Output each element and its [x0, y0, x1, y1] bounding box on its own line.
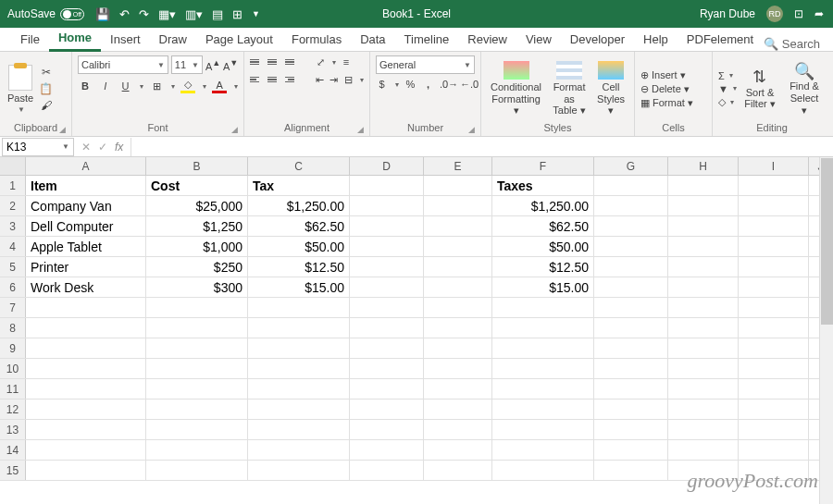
- cell[interactable]: [492, 359, 594, 378]
- row-header[interactable]: 14: [0, 440, 26, 460]
- cell[interactable]: [492, 338, 594, 358]
- cell[interactable]: [668, 298, 739, 317]
- decrease-indent-icon[interactable]: ⇤: [316, 74, 324, 86]
- row-header[interactable]: 2: [0, 196, 26, 215]
- cell[interactable]: [26, 338, 146, 358]
- cell[interactable]: [26, 420, 146, 439]
- row-header[interactable]: 7: [0, 298, 26, 317]
- conditional-formatting-button[interactable]: Conditional Formatting ▾: [487, 59, 545, 118]
- cell[interactable]: [594, 359, 668, 378]
- italic-button[interactable]: I: [98, 80, 113, 92]
- cell[interactable]: [739, 318, 809, 338]
- cell[interactable]: [248, 298, 350, 317]
- fill-color-icon[interactable]: ◇: [180, 79, 195, 93]
- cell[interactable]: [594, 440, 668, 460]
- cell[interactable]: [594, 379, 668, 399]
- cell[interactable]: [248, 420, 350, 439]
- row-header[interactable]: 5: [0, 257, 26, 277]
- row-header[interactable]: 3: [0, 216, 26, 236]
- cell[interactable]: [350, 298, 424, 317]
- cell[interactable]: [146, 338, 248, 358]
- cell[interactable]: [146, 440, 248, 460]
- decrease-decimal-icon[interactable]: ←.0: [460, 79, 475, 90]
- cell[interactable]: [668, 440, 739, 460]
- tab-draw[interactable]: Draw: [150, 28, 196, 51]
- cell[interactable]: $1,250.00: [492, 196, 594, 215]
- cell[interactable]: [739, 277, 809, 297]
- format-painter-icon[interactable]: 🖌: [39, 99, 53, 113]
- decrease-font-icon[interactable]: A▼: [223, 58, 238, 72]
- cell[interactable]: [248, 338, 350, 358]
- column-header[interactable]: A: [26, 157, 146, 175]
- cell[interactable]: [668, 257, 739, 277]
- cell[interactable]: $25,000: [146, 196, 248, 215]
- cell[interactable]: Work Desk: [26, 277, 146, 297]
- cell[interactable]: [424, 420, 492, 439]
- cell[interactable]: [424, 196, 492, 215]
- qat-dropdown-icon[interactable]: ▼: [252, 9, 260, 18]
- cell[interactable]: [668, 237, 739, 256]
- qat-icon[interactable]: ▦▾: [158, 7, 176, 21]
- search-box[interactable]: 🔍Search: [764, 37, 820, 51]
- cell[interactable]: [424, 379, 492, 399]
- cell[interactable]: [739, 440, 809, 460]
- qat-icon[interactable]: ▥▾: [185, 7, 203, 21]
- tab-page-layout[interactable]: Page Layout: [196, 28, 282, 51]
- cell[interactable]: [424, 298, 492, 317]
- cell[interactable]: $300: [146, 277, 248, 297]
- cell[interactable]: [350, 176, 424, 195]
- cell[interactable]: [492, 298, 594, 317]
- undo-icon[interactable]: ↶: [119, 7, 130, 21]
- cell[interactable]: [424, 359, 492, 378]
- cell[interactable]: [594, 237, 668, 256]
- format-table-button[interactable]: Format as Table ▾: [549, 59, 590, 118]
- cell[interactable]: [26, 400, 146, 419]
- cell[interactable]: [739, 257, 809, 277]
- cell[interactable]: [146, 461, 248, 480]
- cell[interactable]: [146, 318, 248, 338]
- cell[interactable]: [350, 400, 424, 419]
- row-header[interactable]: 4: [0, 237, 26, 256]
- cell[interactable]: [424, 237, 492, 256]
- cell[interactable]: [350, 379, 424, 399]
- cell[interactable]: [739, 176, 809, 195]
- row-header[interactable]: 15: [0, 461, 26, 480]
- increase-font-icon[interactable]: A▲: [205, 58, 220, 72]
- cell[interactable]: [492, 400, 594, 419]
- cell[interactable]: [668, 379, 739, 399]
- wrap-text-icon[interactable]: ≡: [339, 56, 354, 68]
- sort-filter-button[interactable]: ⇅Sort & Filter ▾: [740, 66, 779, 112]
- font-name-combo[interactable]: Calibri▼: [78, 55, 168, 74]
- cell[interactable]: [424, 176, 492, 195]
- column-header[interactable]: G: [594, 157, 668, 175]
- cell[interactable]: [424, 440, 492, 460]
- cell[interactable]: $1,250: [146, 216, 248, 236]
- cell[interactable]: [424, 461, 492, 480]
- cell[interactable]: $1,250.00: [248, 196, 350, 215]
- cell[interactable]: [26, 461, 146, 480]
- cut-icon[interactable]: ✂: [39, 66, 53, 80]
- merge-icon[interactable]: ⊟: [344, 74, 353, 86]
- cancel-icon[interactable]: ✕: [81, 141, 91, 154]
- font-size-combo[interactable]: 11▼: [171, 55, 203, 74]
- row-header[interactable]: 10: [0, 359, 26, 378]
- column-header[interactable]: D: [350, 157, 424, 175]
- cell[interactable]: [424, 400, 492, 419]
- cell[interactable]: [668, 359, 739, 378]
- cell[interactable]: [350, 318, 424, 338]
- find-select-button[interactable]: 🔍Find & Select ▾: [783, 60, 826, 118]
- clear-button[interactable]: ◇▾: [718, 96, 737, 108]
- cell[interactable]: Apple Tablet: [26, 237, 146, 256]
- cell[interactable]: [594, 400, 668, 419]
- cell[interactable]: [248, 440, 350, 460]
- cell[interactable]: $50.00: [248, 237, 350, 256]
- cell[interactable]: [739, 237, 809, 256]
- cell[interactable]: [492, 420, 594, 439]
- cell[interactable]: [739, 420, 809, 439]
- tab-review[interactable]: Review: [458, 28, 516, 51]
- cell[interactable]: [350, 359, 424, 378]
- tab-file[interactable]: File: [11, 28, 49, 51]
- border-icon[interactable]: ⊞: [149, 80, 164, 92]
- orientation-icon[interactable]: ⤢: [313, 56, 328, 68]
- cell[interactable]: [594, 176, 668, 195]
